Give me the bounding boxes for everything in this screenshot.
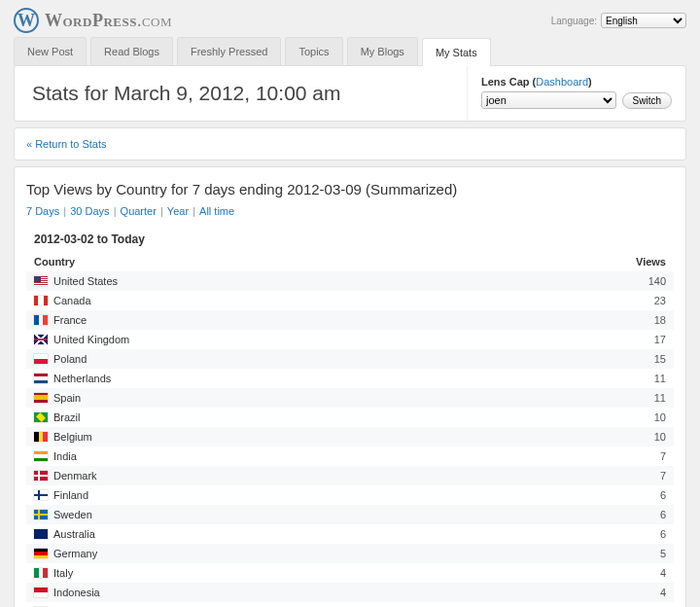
views-cell: 4 [615,563,674,583]
nav-tabs: New PostRead BlogsFreshly PressedTopicsM… [0,37,700,65]
top-bar: W WordPress.com Language: English [0,0,700,37]
blog-switcher-title: Lens Cap (Dashboard) [481,76,672,88]
table-row: Netherlands11 [26,369,674,388]
tab-my-stats[interactable]: My Stats [422,38,491,66]
views-cell: 15 [615,349,674,369]
country-views-table: Country Views United States140Canada23Fr… [26,252,674,607]
table-row: United States140 [26,271,674,291]
de-flag-icon [34,549,48,558]
blog-user-select[interactable]: joen [481,91,616,109]
views-cell: 6 [615,485,674,505]
table-row: Brazil10 [26,408,674,427]
views-cell: 4 [615,583,674,602]
table-row: Indonesia4 [26,583,674,602]
gb-flag-icon [34,335,48,344]
language-select[interactable]: English [601,13,686,28]
dashboard-link[interactable]: Dashboard [536,76,588,88]
table-row: France18 [26,310,674,330]
tab-topics[interactable]: Topics [285,37,342,65]
au-flag-icon [34,529,48,539]
country-cell: Brazil [26,408,615,427]
fi-flag-icon [34,490,48,500]
table-row: Poland15 [26,349,674,369]
range-link-30-days[interactable]: 30 Days [70,205,109,217]
col-country: Country [26,252,615,271]
views-cell: 6 [615,524,674,544]
table-row: Belgium10 [26,427,674,446]
views-cell: 18 [615,310,674,330]
views-cell: 5 [615,544,674,563]
country-cell: Germany [26,544,615,563]
in-flag-icon [34,451,48,461]
range-links: 7 Days | 30 Days | Quarter | Year | All … [26,205,674,217]
table-row: United Kingdom17 [26,330,674,349]
views-cell: 7 [615,466,674,485]
country-cell: United States [26,271,615,291]
be-flag-icon [34,432,48,442]
nl-flag-icon [34,374,48,383]
range-link-7-days[interactable]: 7 Days [26,205,59,217]
tab-new-post[interactable]: New Post [14,37,87,65]
summary-title: Top Views by Country for 7 days ending 2… [26,181,674,197]
brand-text: WordPress.com [45,11,172,31]
it-flag-icon [34,568,48,578]
country-cell: Spain [26,388,615,408]
views-cell: 11 [615,388,674,408]
table-row: Sweden6 [26,505,674,524]
views-cell: 10 [615,427,674,446]
country-cell: Australia [26,524,615,544]
country-cell: Canada [26,291,615,310]
range-link-all-time[interactable]: All time [199,205,234,217]
return-to-stats-link[interactable]: « Return to Stats [26,138,107,150]
br-flag-icon [34,412,48,422]
tab-read-blogs[interactable]: Read Blogs [90,37,173,65]
id-flag-icon [34,588,48,597]
wordpress-logo-icon: W [14,8,39,33]
table-row: Finland6 [26,485,674,505]
views-cell: 140 [615,271,674,291]
table-row: Australia6 [26,524,674,544]
views-cell: 10 [615,408,674,427]
language-label: Language: [551,16,597,26]
fr-flag-icon [34,315,48,325]
country-cell: Poland [26,349,615,369]
table-row: Canada23 [26,291,674,310]
pl-flag-icon [34,354,48,364]
views-cell: 17 [615,330,674,349]
table-row: Spain11 [26,388,674,408]
page-title: Stats for March 9, 2012, 10:00 am [32,82,449,105]
range-link-year[interactable]: Year [167,205,189,217]
brand[interactable]: W WordPress.com [14,8,172,33]
country-cell: United Kingdom [26,330,615,349]
ca-flag-icon [34,296,48,305]
country-cell: Italy [26,563,615,583]
table-row: India7 [26,446,674,466]
switch-button[interactable]: Switch [622,92,672,109]
country-cell: Finland [26,485,615,505]
stats-header-panel: Stats for March 9, 2012, 10:00 am Lens C… [14,65,686,122]
country-cell: Belgium [26,427,615,446]
country-cell: Indonesia [26,583,615,602]
period-subhead: 2012-03-02 to Today [26,229,674,250]
se-flag-icon [34,510,48,519]
es-flag-icon [34,393,48,403]
table-row: Italy4 [26,563,674,583]
country-cell: Netherlands [26,369,615,388]
country-views-panel: Top Views by Country for 7 days ending 2… [14,166,686,607]
country-cell: India [26,446,615,466]
us-flag-icon [34,276,48,286]
country-cell: Portugal [26,602,615,607]
tab-freshly-pressed[interactable]: Freshly Pressed [177,37,281,65]
dk-flag-icon [34,471,48,481]
table-row: Portugal3 [26,602,674,607]
views-cell: 7 [615,446,674,466]
table-row: Germany5 [26,544,674,563]
country-cell: France [26,310,615,330]
col-views: Views [615,252,674,271]
tab-my-blogs[interactable]: My Blogs [347,37,418,65]
range-link-quarter[interactable]: Quarter [121,205,157,217]
views-cell: 3 [615,602,674,607]
language-picker: Language: English [551,13,686,28]
country-cell: Denmark [26,466,615,485]
country-cell: Sweden [26,505,615,524]
